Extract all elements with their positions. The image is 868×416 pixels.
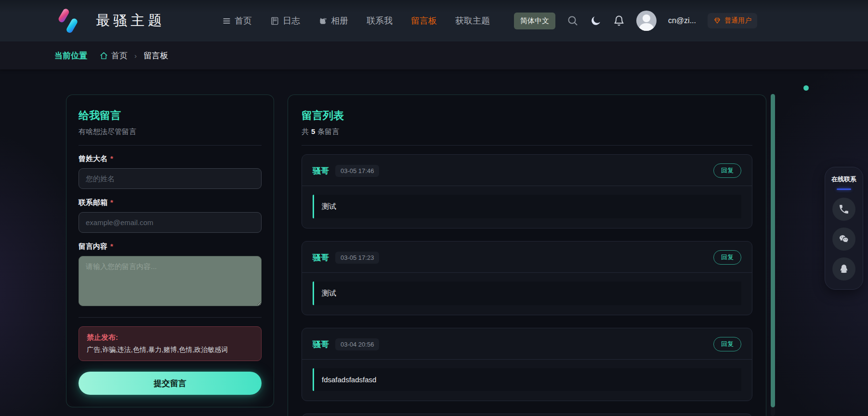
nav-item-album[interactable]: 相册 xyxy=(318,15,348,27)
name-label-text: 曾姓大名 xyxy=(79,154,107,163)
content-field-group: 留言内容 * xyxy=(79,242,262,308)
gem-icon xyxy=(713,17,721,25)
nav-item-blog[interactable]: 日志 xyxy=(270,15,300,27)
email-label: 联系邮箱 * xyxy=(79,198,262,207)
count-number: 5 xyxy=(311,127,315,135)
moon-icon xyxy=(590,15,602,27)
email-field-group: 联系邮箱 * xyxy=(79,198,262,233)
phone-icon xyxy=(838,203,850,215)
avatar-head xyxy=(643,14,650,22)
divider xyxy=(79,145,262,146)
wechat-contact-button[interactable] xyxy=(832,228,855,251)
bell-icon xyxy=(613,15,625,27)
nav-label: 相册 xyxy=(331,15,348,27)
message-author: 骚哥 xyxy=(313,165,329,176)
message-author: 骚哥 xyxy=(313,252,329,263)
message-timestamp: 03-04 20:56 xyxy=(335,338,379,350)
divider xyxy=(302,359,752,360)
message-item: 骚哥 03-04 11:50 回复 测试速度是多少是的是的防守打法四大分三大发 xyxy=(302,414,752,416)
message-list-card: 留言列表 共5条留言 骚哥 03-05 17:46 回复 测试 骚哥 03-05… xyxy=(288,94,766,416)
message-header: 骚哥 03-05 17:23 回复 xyxy=(313,250,741,265)
user-role-label: 普通用户 xyxy=(724,16,751,25)
journal-icon xyxy=(270,16,279,26)
divider xyxy=(302,186,752,186)
breadcrumb-home-label: 首页 xyxy=(111,50,128,61)
menu-icon xyxy=(222,16,231,26)
warning-text: 广告,诈骗,违法,色情,暴力,赌博,色情,政治敏感词 xyxy=(87,346,253,354)
nav-item-contact[interactable]: 联系我 xyxy=(367,15,393,27)
wechat-icon xyxy=(838,233,850,245)
contact-panel-title: 在线联系 xyxy=(831,175,856,184)
nav-label: 留言板 xyxy=(411,15,437,27)
notifications-button[interactable] xyxy=(613,15,625,27)
user-role-badge[interactable]: 普通用户 xyxy=(708,13,757,28)
nav-item-home[interactable]: 首页 xyxy=(222,15,252,27)
leave-message-card: 给我留言 有啥想法尽管留言 曾姓大名 * 联系邮箱 * 留言内容 xyxy=(66,94,274,407)
message-header: 骚哥 03-04 20:56 回复 xyxy=(313,337,741,351)
message-item: 骚哥 03-05 17:46 回复 测试 xyxy=(302,154,752,228)
message-content-textarea[interactable] xyxy=(79,256,262,306)
logo[interactable]: 最骚主题 xyxy=(54,7,165,34)
message-header: 骚哥 03-05 17:46 回复 xyxy=(313,163,741,178)
logo-icon xyxy=(54,7,82,34)
decorative-dot xyxy=(803,85,809,91)
name-input[interactable] xyxy=(79,168,262,189)
form-title: 给我留言 xyxy=(79,108,262,123)
main-content: 给我留言 有啥想法尽管留言 曾姓大名 * 联系邮箱 * 留言内容 xyxy=(0,69,868,416)
name-label: 曾姓大名 * xyxy=(79,154,262,163)
message-list-scrollbar-thumb[interactable] xyxy=(771,94,775,407)
avatar-body xyxy=(639,23,654,31)
required-asterisk: * xyxy=(110,154,113,163)
nav-label: 首页 xyxy=(235,15,252,27)
phone-contact-button[interactable] xyxy=(832,198,855,221)
avatar[interactable] xyxy=(636,11,657,31)
message-item: 骚哥 03-05 17:23 回复 测试 xyxy=(302,241,752,315)
header-controls: 简体中文 cn@zi... 普通用户 xyxy=(514,11,757,31)
warning-title: 禁止发布: xyxy=(87,333,253,342)
divider xyxy=(302,272,752,273)
contact-panel-underline xyxy=(837,188,851,190)
divider xyxy=(302,145,752,146)
breadcrumb-home-link[interactable]: 首页 xyxy=(100,50,128,61)
form-subtitle: 有啥想法尽管留言 xyxy=(79,127,262,136)
message-timestamp: 03-05 17:23 xyxy=(335,252,379,264)
site-title: 最骚主题 xyxy=(96,11,165,30)
message-content: 测试 xyxy=(313,282,741,305)
message-author: 骚哥 xyxy=(313,339,329,350)
main-nav: 首页 日志 相册 联系我 留言板 获取主题 xyxy=(222,15,490,27)
nav-label: 联系我 xyxy=(367,15,393,27)
online-contact-panel: 在线联系 xyxy=(825,167,863,290)
count-prefix: 共 xyxy=(302,127,309,135)
submit-message-button[interactable]: 提交留言 xyxy=(79,372,262,395)
username: cn@zi... xyxy=(668,16,696,25)
required-asterisk: * xyxy=(110,242,113,251)
email-label-text: 联系邮箱 xyxy=(79,198,107,207)
breadcrumb-location-label: 当前位置 xyxy=(54,50,87,61)
qq-icon xyxy=(838,263,850,275)
breadcrumb-current: 留言板 xyxy=(144,50,168,61)
nav-item-guestbook[interactable]: 留言板 xyxy=(411,15,437,27)
message-timestamp: 03-05 17:46 xyxy=(335,165,379,177)
language-button[interactable]: 简体中文 xyxy=(514,13,555,29)
nav-label: 日志 xyxy=(283,15,300,27)
page-background: 最骚主题 首页 日志 相册 联系我 留言板 获取主题 xyxy=(0,0,868,416)
email-input[interactable] xyxy=(79,212,262,233)
nav-item-get-theme[interactable]: 获取主题 xyxy=(455,15,490,27)
top-navbar: 最骚主题 首页 日志 相册 联系我 留言板 获取主题 xyxy=(0,0,868,41)
qq-contact-button[interactable] xyxy=(832,257,855,281)
breadcrumb: 当前位置 首页 › 留言板 xyxy=(0,41,868,69)
home-icon xyxy=(100,52,108,60)
message-content: 测试 xyxy=(313,195,741,218)
reply-button[interactable]: 回复 xyxy=(713,337,741,351)
message-content: fdsafadsfadsfasd xyxy=(313,368,741,391)
content-label-text: 留言内容 xyxy=(79,242,107,251)
name-field-group: 曾姓大名 * xyxy=(79,154,262,189)
search-button[interactable] xyxy=(567,15,579,27)
reply-button[interactable]: 回复 xyxy=(713,163,741,178)
count-suffix: 条留言 xyxy=(317,127,339,135)
dark-mode-toggle[interactable] xyxy=(590,15,602,27)
message-item: 骚哥 03-04 20:56 回复 fdsafadsfadsfasd xyxy=(302,328,752,401)
forbidden-content-warning: 禁止发布: 广告,诈骗,违法,色情,暴力,赌博,色情,政治敏感词 xyxy=(79,326,262,361)
reply-button[interactable]: 回复 xyxy=(713,250,741,265)
breadcrumb-separator: › xyxy=(134,52,137,60)
